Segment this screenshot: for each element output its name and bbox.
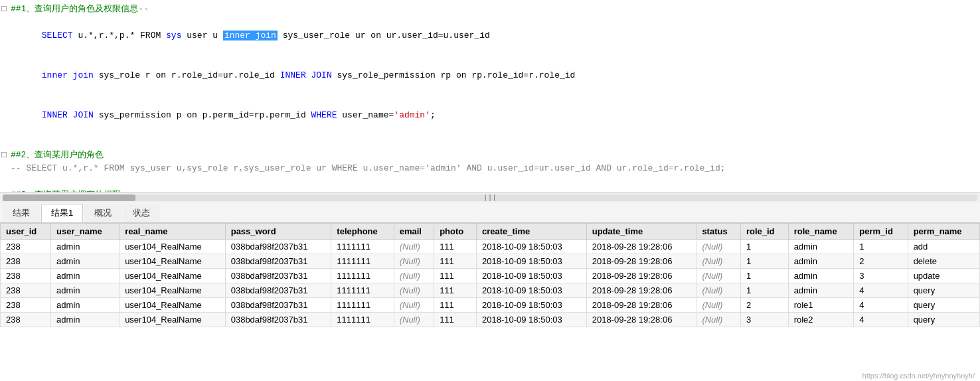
table-row: 238adminuser104_RealName038bdaf98f2037b3… <box>1 254 980 269</box>
col-header-role-name: role_name <box>788 224 854 240</box>
cell-perm_id: 4 <box>854 298 908 313</box>
comment-text-2: ##2、查询某用户的角色 <box>11 149 104 162</box>
cell-status: (Null) <box>696 283 741 298</box>
cell-email: (Null) <box>394 254 434 269</box>
results-table: user_id user_name real_name pass_word te… <box>0 223 980 327</box>
col-header-create-time: create_time <box>477 224 587 240</box>
code-line-select: SELECT u.*,r.*,p.* FROM sys user u inner… <box>0 16 980 56</box>
cell-role_name: admin <box>788 254 854 269</box>
cell-pass_word: 038bdaf98f2037b31 <box>225 269 331 283</box>
cell-email: (Null) <box>394 283 434 298</box>
cell-create_time: 2018-10-09 18:50:03 <box>477 240 587 254</box>
cell-real_name: user104_RealName <box>120 240 226 254</box>
cell-email: (Null) <box>394 269 434 283</box>
cell-real_name: user104_RealName <box>120 269 226 283</box>
code-line-blank2 <box>0 175 980 189</box>
code-line-comment1: □ ##1、查询用户的角色及权限信息-- <box>0 3 980 16</box>
col-header-user-name: user_name <box>51 224 120 240</box>
cell-update_time: 2018-09-28 19:28:06 <box>586 313 696 327</box>
comment-text-3: ##3、查询某用户拥有的权限 <box>11 189 121 192</box>
results-area[interactable]: user_id user_name real_name pass_word te… <box>0 223 980 370</box>
cell-perm_name: update <box>908 269 979 283</box>
cell-role_id: 3 <box>740 313 788 327</box>
col-header-update-time: update_time <box>586 224 696 240</box>
horizontal-scrollbar[interactable]: ||| <box>0 192 980 203</box>
cell-user_id: 238 <box>1 283 51 298</box>
cell-update_time: 2018-09-28 19:28:06 <box>586 269 696 283</box>
cell-perm_id: 2 <box>854 254 908 269</box>
cell-real_name: user104_RealName <box>120 313 226 327</box>
cell-photo: 111 <box>434 240 477 254</box>
tab-overview[interactable]: 概况 <box>84 204 122 222</box>
cell-create_time: 2018-10-09 18:50:03 <box>477 298 587 313</box>
col-header-status: status <box>696 224 741 240</box>
col-header-role-id: role_id <box>740 224 788 240</box>
table-row: 238adminuser104_RealName038bdaf98f2037b3… <box>1 240 980 254</box>
tab-results1[interactable]: 结果1 <box>41 204 83 222</box>
col-header-email: email <box>394 224 434 240</box>
cell-photo: 111 <box>434 269 477 283</box>
tab-results[interactable]: 结果 <box>3 204 40 222</box>
code-line-commented1: -- SELECT u.*,r.* FROM sys_user u,sys_ro… <box>0 162 980 175</box>
cell-create_time: 2018-10-09 18:50:03 <box>477 313 587 327</box>
cell-create_time: 2018-10-09 18:50:03 <box>477 269 587 283</box>
cell-role_id: 1 <box>740 240 788 254</box>
cell-perm_name: query <box>908 283 979 298</box>
cell-photo: 111 <box>434 298 477 313</box>
table-body: 238adminuser104_RealName038bdaf98f2037b3… <box>1 240 980 327</box>
cell-perm_id: 4 <box>854 283 908 298</box>
cell-update_time: 2018-09-28 19:28:06 <box>586 254 696 269</box>
cell-perm_name: add <box>908 240 979 254</box>
cell-user_name: admin <box>51 240 120 254</box>
scroll-label: ||| <box>483 194 497 201</box>
table-row: 238adminuser104_RealName038bdaf98f2037b3… <box>1 298 980 313</box>
cell-role_name: admin <box>788 269 854 283</box>
cell-status: (Null) <box>696 298 741 313</box>
cell-email: (Null) <box>394 240 434 254</box>
cell-user_id: 238 <box>1 240 51 254</box>
col-header-user-id: user_id <box>1 224 51 240</box>
cell-role_id: 1 <box>740 269 788 283</box>
cell-user_name: admin <box>51 283 120 298</box>
cell-perm_id: 3 <box>854 269 908 283</box>
code-editor: □ ##1、查询用户的角色及权限信息-- SELECT u.*,r.*,p.* … <box>0 0 980 192</box>
cell-user_name: admin <box>51 313 120 327</box>
cell-update_time: 2018-09-28 19:28:06 <box>586 298 696 313</box>
cell-user_id: 238 <box>1 313 51 327</box>
cell-role_name: role2 <box>788 313 854 327</box>
cell-telephone: 1111111 <box>331 283 394 298</box>
cell-telephone: 1111111 <box>331 313 394 327</box>
cell-pass_word: 038bdaf98f2037b31 <box>225 283 331 298</box>
col-header-perm-id: perm_id <box>854 224 908 240</box>
cell-role_id: 1 <box>740 254 788 269</box>
cell-photo: 111 <box>434 254 477 269</box>
col-header-telephone: telephone <box>331 224 394 240</box>
cell-status: (Null) <box>696 254 741 269</box>
cell-role_name: role1 <box>788 298 854 313</box>
cell-role_name: admin <box>788 283 854 298</box>
cell-real_name: user104_RealName <box>120 254 226 269</box>
comment-text-1: ##1、查询用户的角色及权限信息-- <box>11 3 149 16</box>
cell-pass_word: 038bdaf98f2037b31 <box>225 313 331 327</box>
code-line-innerjoin: inner join sys_role r on r.role_id=ur.ro… <box>0 56 980 96</box>
cell-photo: 111 <box>434 313 477 327</box>
cell-telephone: 1111111 <box>331 269 394 283</box>
cell-perm_name: delete <box>908 254 979 269</box>
table-header-row: user_id user_name real_name pass_word te… <box>1 224 980 240</box>
col-header-perm-name: perm_name <box>908 224 979 240</box>
highlight-inner-join: inner join <box>223 31 278 40</box>
col-header-real-name: real_name <box>120 224 226 240</box>
scroll-track[interactable]: ||| <box>3 194 977 201</box>
cell-photo: 111 <box>434 283 477 298</box>
cell-user_name: admin <box>51 254 120 269</box>
cell-user_name: admin <box>51 298 120 313</box>
tab-status[interactable]: 状态 <box>123 204 160 222</box>
cell-telephone: 1111111 <box>331 298 394 313</box>
cell-status: (Null) <box>696 240 741 254</box>
commented-text-1: -- SELECT u.*,r.* FROM sys_user u,sys_ro… <box>11 162 726 175</box>
cell-email: (Null) <box>394 298 434 313</box>
cell-pass_word: 038bdaf98f2037b31 <box>225 254 331 269</box>
cell-telephone: 1111111 <box>331 240 394 254</box>
cell-real_name: user104_RealName <box>120 283 226 298</box>
scroll-thumb[interactable] <box>3 194 135 201</box>
